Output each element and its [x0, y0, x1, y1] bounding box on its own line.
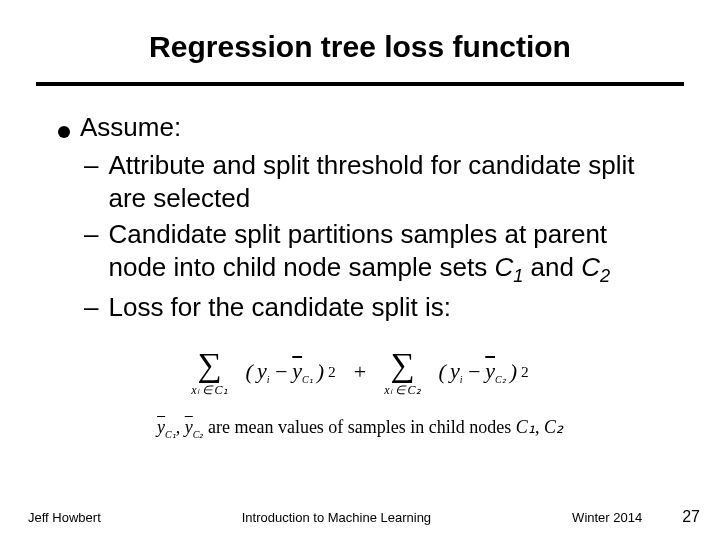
mean-note: yC₁, yC₂ are mean values of samples in c… — [36, 416, 684, 440]
page-number: 27 — [682, 508, 700, 526]
title-rule — [36, 82, 684, 86]
dash-list: – Attribute and split threshold for cand… — [84, 149, 644, 324]
list-item: – Attribute and split threshold for cand… — [84, 149, 644, 214]
slide: Regression tree loss function Assume: – … — [0, 0, 720, 540]
term2: ( yi − yC₂ )2 — [439, 358, 529, 385]
page-title: Regression tree loss function — [36, 30, 684, 64]
item-text: Candidate split partitions samples at pa… — [108, 218, 644, 287]
sum2: ∑ xᵢ ∈ C₂ — [384, 348, 420, 396]
dash-icon: – — [84, 149, 98, 182]
plus-icon: + — [354, 359, 366, 385]
item-text: Loss for the candidate split is: — [108, 291, 644, 324]
sum1: ∑ xᵢ ∈ C₁ — [191, 348, 227, 396]
lead-text: Assume: — [80, 112, 181, 143]
footer-course: Introduction to Machine Learning — [101, 510, 572, 525]
sigma-icon: ∑ — [390, 348, 414, 382]
footer: Jeff Howbert Introduction to Machine Lea… — [0, 508, 720, 526]
list-item: – Loss for the candidate split is: — [84, 291, 644, 324]
bullet-disc-icon — [58, 126, 70, 138]
body: Assume: – Attribute and split threshold … — [36, 112, 684, 324]
term1: ( yi − yC₁ )2 — [246, 358, 336, 385]
sigma-icon: ∑ — [197, 348, 221, 382]
list-item: – Candidate split partitions samples at … — [84, 218, 644, 287]
dash-icon: – — [84, 291, 98, 324]
item-text: Attribute and split threshold for candid… — [108, 149, 644, 214]
sum2-sub: xᵢ ∈ C₂ — [384, 384, 420, 396]
bullet-lead: Assume: — [58, 112, 684, 143]
sum1-sub: xᵢ ∈ C₁ — [191, 384, 227, 396]
dash-icon: – — [84, 218, 98, 251]
footer-term: Winter 2014 — [572, 510, 642, 525]
loss-formula: ∑ xᵢ ∈ C₁ ( yi − yC₁ )2 + ∑ xᵢ ∈ C₂ ( yi… — [36, 348, 684, 396]
footer-author: Jeff Howbert — [28, 510, 101, 525]
